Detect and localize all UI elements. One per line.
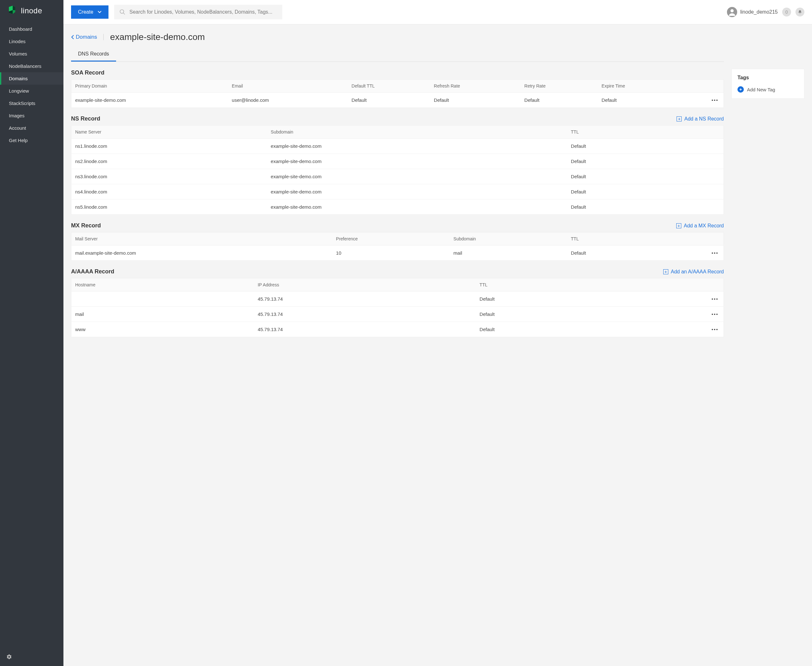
soa-domain: example-site-demo.com [71, 92, 228, 108]
table-row: www 45.79.13.74 Default ••• [71, 322, 724, 337]
sidebar-item-dashboard[interactable]: Dashboard [0, 23, 63, 35]
main-area: Create linode_demo215 0 [63, 0, 812, 666]
a-table: Hostname IP Address TTL 45.79.13.74 Defa… [71, 278, 724, 337]
breadcrumb-parent-label: Domains [76, 34, 97, 40]
topbar: Create linode_demo215 0 [63, 0, 812, 25]
row-actions-button[interactable]: ••• [621, 322, 724, 337]
add-ns-label: Add a NS Record [684, 116, 724, 122]
soa-table: Primary Domain Email Default TTL Refresh… [71, 79, 724, 108]
row-actions-button[interactable]: ••• [681, 92, 724, 108]
add-tag-button[interactable]: + Add New Tag [738, 86, 798, 92]
soa-expire: Default [598, 92, 681, 108]
chevron-left-icon [71, 35, 74, 40]
ns-col-name: Name Server [71, 125, 267, 138]
create-button-label: Create [78, 9, 93, 15]
plus-box-icon: + [677, 116, 682, 122]
bell-icon[interactable] [795, 8, 804, 16]
mx-col-pref: Preference [332, 232, 449, 246]
row-actions-button[interactable]: ••• [621, 307, 724, 322]
soa-title: SOA Record [71, 69, 104, 76]
soa-col-expire: Expire Time [598, 79, 681, 92]
add-mx-record-button[interactable]: + Add a MX Record [676, 223, 724, 229]
mx-title: MX Record [71, 222, 101, 229]
soa-section: SOA Record Primary Domain Email Default … [71, 69, 724, 108]
page-header: Domains example-site-demo.com [71, 25, 724, 47]
svg-marker-2 [13, 6, 15, 10]
gear-icon [7, 654, 57, 659]
add-a-label: Add an A/AAAA Record [671, 269, 724, 275]
table-row: ns3.linode.comexample-site-demo.comDefau… [71, 169, 724, 184]
sidebar-item-stackscripts[interactable]: StackScripts [0, 97, 63, 109]
table-row: ns2.linode.comexample-site-demo.comDefau… [71, 154, 724, 169]
soa-col-ttl: Default TTL [348, 79, 430, 92]
brand-logo[interactable]: linode [0, 0, 63, 23]
sidebar-item-domains[interactable]: Domains [0, 72, 63, 85]
breadcrumb-parent-link[interactable]: Domains [71, 34, 104, 40]
search-container [114, 5, 282, 19]
svg-point-4 [120, 10, 124, 14]
sidebar-item-nodebalancers[interactable]: NodeBalancers [0, 60, 63, 72]
svg-point-7 [731, 9, 734, 12]
add-tag-label: Add New Tag [747, 87, 775, 92]
sidebar-item-get-help[interactable]: Get Help [0, 134, 63, 147]
mx-table: Mail Server Preference Subdomain TTL mai… [71, 232, 724, 261]
table-row: 45.79.13.74 Default ••• [71, 292, 724, 307]
tags-card: Tags + Add New Tag [731, 69, 804, 99]
soa-col-retry: Retry Rate [520, 79, 598, 92]
ns-table: Name Server Subdomain TTL ns1.linode.com… [71, 125, 724, 215]
brand-name: linode [21, 7, 42, 15]
soa-email: user@linode.com [228, 92, 348, 108]
plus-box-icon: + [676, 223, 681, 228]
add-mx-label: Add a MX Record [684, 223, 724, 229]
notification-count-badge[interactable]: 0 [782, 8, 791, 16]
row-actions-button[interactable]: ••• [659, 246, 724, 261]
ns-col-ttl: TTL [567, 125, 724, 138]
sidebar-item-longview[interactable]: Longview [0, 85, 63, 97]
user-menu[interactable]: linode_demo215 [727, 7, 778, 17]
soa-retry: Default [520, 92, 598, 108]
username-label: linode_demo215 [740, 9, 778, 15]
soa-col-refresh: Refresh Rate [430, 79, 520, 92]
svg-line-5 [124, 13, 125, 15]
table-row: example-site-demo.com user@linode.com De… [71, 92, 724, 108]
mx-col-server: Mail Server [71, 232, 332, 246]
linode-logo-icon [7, 6, 17, 16]
sidebar-item-images[interactable]: Images [0, 109, 63, 122]
table-row: mail 45.79.13.74 Default ••• [71, 307, 724, 322]
tags-title: Tags [738, 75, 798, 81]
add-ns-record-button[interactable]: + Add a NS Record [677, 116, 724, 122]
row-actions-button[interactable]: ••• [621, 292, 724, 307]
sidebar-item-linodes[interactable]: Linodes [0, 35, 63, 48]
a-col-host: Hostname [71, 279, 254, 292]
sidebar-item-account[interactable]: Account [0, 122, 63, 134]
table-row: ns5.linode.comexample-site-demo.comDefau… [71, 199, 724, 215]
a-section: A/AAAA Record + Add an A/AAAA Record Hos… [71, 268, 724, 337]
a-col-ip: IP Address [254, 279, 475, 292]
table-row: ns1.linode.comexample-site-demo.comDefau… [71, 138, 724, 154]
page-title: example-site-demo.com [110, 32, 205, 42]
soa-col-email: Email [228, 79, 348, 92]
mx-col-ttl: TTL [567, 232, 659, 246]
chevron-down-icon [98, 11, 101, 13]
settings-button[interactable] [0, 648, 63, 666]
create-button[interactable]: Create [71, 5, 109, 19]
a-title: A/AAAA Record [71, 268, 114, 275]
ns-section: NS Record + Add a NS Record Name Server … [71, 115, 724, 215]
sidebar: linode Dashboard Linodes Volumes NodeBal… [0, 0, 63, 666]
soa-refresh: Default [430, 92, 520, 108]
tabs: DNS Records [71, 47, 724, 62]
a-col-ttl: TTL [476, 279, 621, 292]
ns-col-sub: Subdomain [267, 125, 567, 138]
nav-list: Dashboard Linodes Volumes NodeBalancers … [0, 23, 63, 147]
plus-box-icon: + [663, 269, 668, 274]
ns-title: NS Record [71, 115, 100, 122]
table-row: ns4.linode.comexample-site-demo.comDefau… [71, 184, 724, 199]
soa-col-primary: Primary Domain [71, 79, 228, 92]
sidebar-item-volumes[interactable]: Volumes [0, 48, 63, 60]
tab-dns-records[interactable]: DNS Records [71, 47, 116, 61]
search-icon [119, 9, 125, 15]
soa-ttl: Default [348, 92, 430, 108]
table-row: mail.example-site-demo.com 10 mail Defau… [71, 246, 724, 261]
search-input[interactable] [129, 9, 277, 15]
add-a-record-button[interactable]: + Add an A/AAAA Record [663, 269, 724, 275]
